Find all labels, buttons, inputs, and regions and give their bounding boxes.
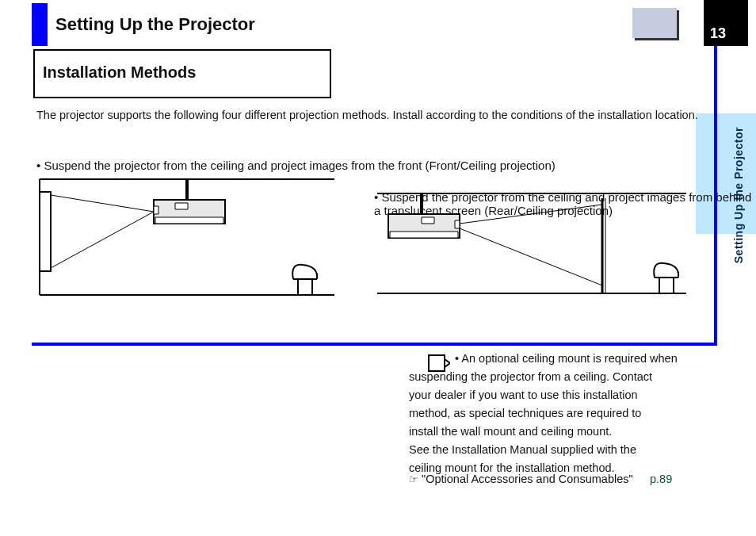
document-page: Setting Up the Projector 13 Setting Up t…	[0, 0, 756, 536]
tip-line: See the Installation Manual supplied wit…	[409, 442, 726, 458]
tip-line: install the wall mount and ceiling mount…	[409, 423, 726, 440]
diagram-rear-ceiling	[374, 190, 689, 301]
tip-line: suspending the projector from a ceiling.…	[409, 369, 726, 385]
tip-line: method, as special techniques are requir…	[409, 405, 726, 422]
reference-label: "Optional Accessories and Consumables"	[422, 473, 633, 485]
svg-line-9	[51, 195, 154, 212]
page-number: 13	[710, 25, 726, 42]
svg-rect-18	[390, 232, 458, 238]
tip-text: • An optional ceiling mount is required …	[409, 350, 726, 478]
page-number-box: 13	[704, 0, 748, 46]
reference-page[interactable]: p.89	[650, 473, 672, 485]
svg-rect-20	[455, 220, 460, 228]
section-title: Installation Methods	[43, 63, 196, 82]
svg-line-21	[460, 205, 602, 224]
svg-rect-3	[40, 192, 51, 271]
svg-rect-6	[155, 217, 223, 224]
page-title: Setting Up the Projector	[55, 14, 255, 35]
svg-rect-8	[154, 206, 158, 214]
reference-link[interactable]: ☞ "Optional Accessories and Consumables"	[409, 473, 633, 485]
svg-line-22	[460, 228, 602, 285]
prev-page-button[interactable]	[632, 8, 677, 38]
intro-text: The projector supports the following fou…	[36, 108, 702, 124]
svg-line-10	[51, 212, 154, 268]
figure-caption-front-ceiling: • Suspend the projector from the ceiling…	[36, 159, 556, 172]
tip-line: your dealer if you want to use this inst…	[409, 387, 726, 404]
header-blue-tab	[32, 3, 48, 46]
svg-rect-7	[175, 203, 188, 209]
svg-rect-19	[422, 217, 434, 224]
tip-line: • An optional ceiling mount is required …	[409, 350, 726, 367]
diagram-front-ceiling	[36, 176, 338, 303]
